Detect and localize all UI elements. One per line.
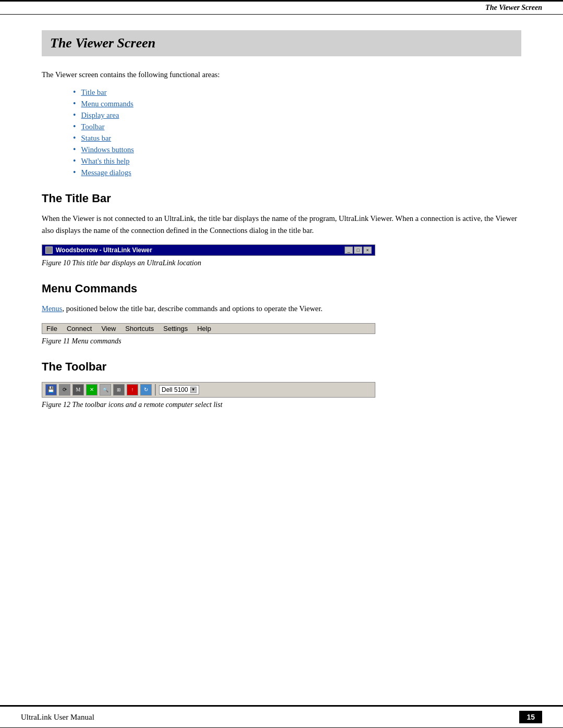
- link-menu-commands[interactable]: Menu commands: [81, 100, 133, 108]
- toolbar-separator: [155, 384, 156, 396]
- page-footer: UltraLink User Manual 15: [0, 705, 563, 728]
- menu-item-view[interactable]: View: [101, 325, 116, 332]
- menu-commands-body-rest: , positioned below the title bar, descri…: [62, 304, 322, 313]
- link-toolbar[interactable]: Toolbar: [81, 122, 105, 131]
- chapter-title: The Viewer Screen: [50, 35, 513, 51]
- menu-item-connect[interactable]: Connect: [67, 325, 92, 332]
- titlebar-maximize-btn[interactable]: □: [354, 246, 362, 254]
- toolbar-icon-8[interactable]: ↻: [140, 384, 152, 396]
- list-item-display-area: Display area: [73, 110, 521, 120]
- toolbar-dropdown-label: Dell 5100: [162, 386, 188, 393]
- list-item-status-bar: Status bar: [73, 133, 521, 143]
- titlebar-figure: Woodsborrow - UltraLink Viewer _ □ × Fig…: [42, 244, 521, 267]
- chapter-title-bar: The Viewer Screen: [42, 30, 521, 56]
- link-message-dialogs[interactable]: Message dialogs: [81, 168, 131, 177]
- titlebar-buttons: _ □ ×: [345, 246, 372, 254]
- toolbar-icon-5[interactable]: 🔍: [100, 384, 111, 396]
- link-menus[interactable]: Menus: [42, 304, 62, 313]
- footer-page-number: 15: [519, 711, 542, 723]
- toolbar-figure: 💾 ⟳ M ✕ 🔍 ⊞ ↑ ↻ Dell 5100 ▼ Figure 12 Th…: [42, 382, 521, 409]
- toolbar-icon-2[interactable]: ⟳: [59, 384, 70, 396]
- footer-title: UltraLink User Manual: [21, 713, 94, 722]
- menubar-caption: Figure 11 Menu commands: [42, 337, 521, 346]
- toolbar-save-icon[interactable]: 💾: [45, 384, 57, 396]
- menu-commands-body: Menus, positioned below the title bar, d…: [42, 303, 521, 314]
- title-bar-body: When the Viewer is not connected to an U…: [42, 213, 521, 236]
- titlebar-minimize-btn[interactable]: _: [345, 246, 353, 254]
- toolbar-icon-7[interactable]: ↑: [127, 384, 138, 396]
- menubar-figure: File Connect View Shortcuts Settings Hel…: [42, 323, 521, 346]
- toolbar-dropdown-arrow[interactable]: ▼: [190, 387, 197, 393]
- toolbar-icon-6[interactable]: ⊞: [113, 384, 125, 396]
- menu-item-help[interactable]: Help: [197, 325, 211, 332]
- list-item-menu-commands: Menu commands: [73, 99, 521, 108]
- link-display-area[interactable]: Display area: [81, 111, 119, 120]
- toolbar-icon-4[interactable]: ✕: [86, 384, 97, 396]
- list-item-toolbar: Toolbar: [73, 122, 521, 131]
- toolbar-heading: The Toolbar: [42, 360, 521, 374]
- intro-text: The Viewer screen contains the following…: [42, 69, 521, 80]
- menu-commands-heading: Menu Commands: [42, 282, 521, 295]
- link-whats-this-help[interactable]: What's this help: [81, 157, 130, 166]
- link-windows-buttons[interactable]: Windows buttons: [81, 145, 134, 154]
- menu-item-file[interactable]: File: [46, 325, 57, 332]
- list-item-whats-this-help: What's this help: [73, 156, 521, 166]
- titlebar-mockup: Woodsborrow - UltraLink Viewer _ □ ×: [42, 244, 375, 256]
- titlebar-left: Woodsborrow - UltraLink Viewer: [45, 246, 152, 254]
- titlebar-text: Woodsborrow - UltraLink Viewer: [56, 246, 152, 254]
- list-item-message-dialogs: Message dialogs: [73, 168, 521, 177]
- list-item-windows-buttons: Windows buttons: [73, 145, 521, 154]
- toolbar-dropdown[interactable]: Dell 5100 ▼: [159, 385, 199, 394]
- title-bar-heading: The Title Bar: [42, 192, 521, 205]
- list-item-title-bar: Title bar: [73, 88, 521, 97]
- header-label: The Viewer Screen: [485, 4, 542, 11]
- toolbar-caption: Figure 12 The toolbar icons and a remote…: [42, 401, 521, 409]
- link-status-bar[interactable]: Status bar: [81, 134, 112, 143]
- menu-item-settings[interactable]: Settings: [163, 325, 188, 332]
- link-title-bar[interactable]: Title bar: [81, 88, 107, 97]
- page-header: The Viewer Screen: [0, 0, 563, 15]
- toolbar-mockup: 💾 ⟳ M ✕ 🔍 ⊞ ↑ ↻ Dell 5100 ▼: [42, 382, 375, 398]
- main-content: The Viewer Screen The Viewer screen cont…: [0, 15, 563, 449]
- titlebar-app-icon: [45, 246, 53, 254]
- menubar-mockup: File Connect View Shortcuts Settings Hel…: [42, 323, 375, 334]
- toolbar-icon-3[interactable]: M: [72, 384, 84, 396]
- functional-areas-list: Title bar Menu commands Display area Too…: [73, 88, 521, 177]
- titlebar-caption: Figure 10 This title bar displays an Ult…: [42, 259, 521, 267]
- menu-item-shortcuts[interactable]: Shortcuts: [125, 325, 154, 332]
- titlebar-close-btn[interactable]: ×: [363, 246, 372, 254]
